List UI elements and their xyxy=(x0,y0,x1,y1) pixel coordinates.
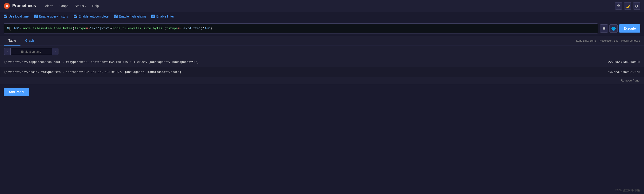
panel: Table Graph Load time: 35ms Resolution: … xyxy=(0,36,644,84)
navbar-icons: ⚙ 🌙 ◑ xyxy=(615,2,640,10)
contrast-icon[interactable]: ◑ xyxy=(633,2,640,10)
query-input-wrapper: 🔍 100-(node_filesystem_free_bytes{fstype… xyxy=(4,24,598,34)
result-table: {device="/dev/mapper/centos-root", fstyp… xyxy=(0,57,644,77)
checkbox-enable-linter[interactable]: Enable linter xyxy=(151,15,174,18)
add-panel-button[interactable]: Add Panel xyxy=(4,88,29,96)
tabs-left: Table Graph xyxy=(4,36,38,46)
result-label-0: {device="/dev/mapper/centos-root", fstyp… xyxy=(4,60,199,64)
result-series-value: 2 xyxy=(638,39,640,42)
table-row: {device="/dev/sda1", fstype="xfs", insta… xyxy=(0,67,644,77)
execute-button[interactable]: Execute xyxy=(619,24,640,33)
svg-point-1 xyxy=(6,5,8,7)
remove-panel-button[interactable]: Remove Panel xyxy=(621,79,640,82)
load-time-label: Load time: xyxy=(576,39,589,42)
watermark: CSDN @互联网小阿祥 xyxy=(615,189,640,192)
format-btn[interactable]: ☰ xyxy=(600,24,608,33)
resolution-label: Resolution: xyxy=(600,39,613,42)
enable-highlighting-label: Enable highlighting xyxy=(119,15,146,18)
navbar-links: Alerts Graph Status Help xyxy=(42,3,102,9)
eval-time-row: ‹ › xyxy=(0,46,644,57)
navbar-graph[interactable]: Graph xyxy=(57,3,71,9)
logo: Prometheus xyxy=(4,3,36,9)
prometheus-logo xyxy=(4,3,10,9)
navbar-alerts[interactable]: Alerts xyxy=(42,3,56,9)
query-display[interactable]: 100-(node_filesystem_free_bytes{fstype=~… xyxy=(14,27,595,30)
toolbar: Use local time Enable query history Enab… xyxy=(0,12,644,21)
enable-query-history-checkbox[interactable] xyxy=(34,15,38,18)
query-actions: ☰ 🌐 Execute xyxy=(600,24,640,33)
result-label-1: {device="/dev/sda1", fstype="xfs", insta… xyxy=(4,70,181,74)
load-time-value: 35ms xyxy=(590,39,596,42)
use-local-time-label: Use local time xyxy=(9,15,29,18)
tab-graph[interactable]: Graph xyxy=(20,36,38,46)
checkbox-enable-highlighting[interactable]: Enable highlighting xyxy=(114,15,146,18)
eval-prev-btn[interactable]: ‹ xyxy=(4,48,11,55)
gear-icon[interactable]: ⚙ xyxy=(615,2,622,10)
enable-query-history-label: Enable query history xyxy=(39,15,68,18)
resolution-value: 14s xyxy=(614,39,618,42)
search-icon: 🔍 xyxy=(6,27,11,31)
table-row: {device="/dev/mapper/centos-root", fstyp… xyxy=(0,57,644,67)
eval-next-btn[interactable]: › xyxy=(52,48,58,55)
eval-time-input[interactable] xyxy=(11,48,52,55)
remove-panel-row: Remove Panel xyxy=(0,77,644,84)
checkbox-use-local-time[interactable]: Use local time xyxy=(4,15,29,18)
enable-linter-checkbox[interactable] xyxy=(151,15,155,18)
result-value-1: 13.523946005917168 xyxy=(608,70,640,74)
tab-bar: Table Graph Load time: 35ms Resolution: … xyxy=(0,36,644,46)
query-bar: 🔍 100-(node_filesystem_free_bytes{fstype… xyxy=(0,21,644,36)
metrics-btn[interactable]: 🌐 xyxy=(610,24,618,33)
navbar: Prometheus Alerts Graph Status Help ⚙ 🌙 … xyxy=(0,0,644,12)
enable-highlighting-checkbox[interactable] xyxy=(114,15,118,18)
moon-icon[interactable]: 🌙 xyxy=(624,2,631,10)
checkbox-enable-query-history[interactable]: Enable query history xyxy=(34,15,68,18)
use-local-time-checkbox[interactable] xyxy=(4,15,7,18)
enable-autocomplete-checkbox[interactable] xyxy=(74,15,77,18)
enable-autocomplete-label: Enable autocomplete xyxy=(79,15,109,18)
app-title: Prometheus xyxy=(12,4,36,8)
navbar-status[interactable]: Status xyxy=(72,3,89,9)
result-value-0: 22.266478383350588 xyxy=(608,60,640,64)
enable-linter-label: Enable linter xyxy=(156,15,174,18)
checkbox-enable-autocomplete[interactable]: Enable autocomplete xyxy=(74,15,109,18)
add-panel-row: Add Panel xyxy=(0,84,644,100)
tab-meta: Load time: 35ms Resolution: 14s Result s… xyxy=(576,39,640,42)
navbar-help[interactable]: Help xyxy=(90,3,102,9)
result-series-label: Result series: xyxy=(621,39,638,42)
tab-table[interactable]: Table xyxy=(4,36,20,46)
